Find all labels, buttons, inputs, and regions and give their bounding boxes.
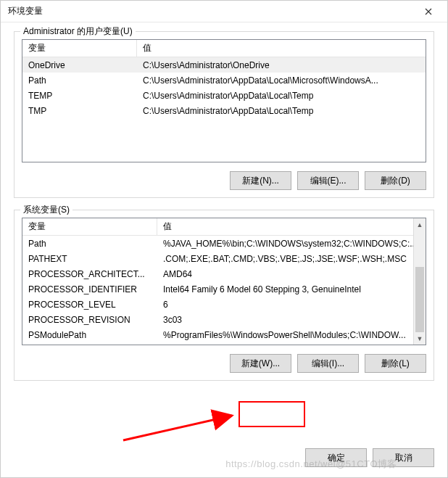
user-button-row: 新建(N)... 编辑(E)... 删除(D) <box>22 171 426 190</box>
scrollbar[interactable]: ▲ ▼ <box>413 218 426 345</box>
cell-name: OneDrive <box>22 58 137 73</box>
cell-name: PROCESSOR_REVISION <box>22 313 157 327</box>
user-new-button[interactable]: 新建(N)... <box>230 171 291 190</box>
user-group-label: Administrator 的用户变量(U) <box>20 25 136 38</box>
dialog-content: Administrator 的用户变量(U) 变量 值 OneDrive C:\… <box>1 22 447 442</box>
table-row[interactable]: PROCESSOR_REVISION 3c03 <box>22 312 426 327</box>
cancel-button[interactable]: 取消 <box>373 448 434 467</box>
dialog-footer: 确定 取消 <box>1 442 447 477</box>
cell-value: Intel64 Family 6 Model 60 Stepping 3, Ge… <box>157 282 426 297</box>
system-table-body: Path %JAVA_HOME%\bin;C:\WINDOWS\system32… <box>22 236 426 342</box>
cell-name: PROCESSOR_IDENTIFIER <box>22 282 157 297</box>
cell-value: %JAVA_HOME%\bin;C:\WINDOWS\system32;C:\W… <box>157 236 426 251</box>
user-table-body: OneDrive C:\Users\Administrator\OneDrive… <box>22 57 426 118</box>
cell-value: C:\Users\Administrator\AppData\Local\Mic… <box>137 73 426 88</box>
table-row[interactable]: Path %JAVA_HOME%\bin;C:\WINDOWS\system32… <box>22 236 426 251</box>
user-table-header: 变量 值 <box>22 40 426 57</box>
table-row[interactable]: TMP C:\Users\Administrator\AppData\Local… <box>22 103 426 118</box>
table-row[interactable]: OneDrive C:\Users\Administrator\OneDrive <box>22 57 426 73</box>
cell-value: .COM;.EXE;.BAT;.CMD;.VBS;.VBE;.JS;.JSE;.… <box>157 252 426 266</box>
user-variables-group: Administrator 的用户变量(U) 变量 值 OneDrive C:\… <box>14 31 434 198</box>
close-icon[interactable] <box>414 1 443 22</box>
system-button-row: 新建(W)... 编辑(I)... 删除(L) <box>22 354 426 373</box>
cell-value: %ProgramFiles%\WindowsPowerShell\Modules… <box>157 328 426 342</box>
cell-name: PSModulePath <box>22 328 157 342</box>
table-row[interactable]: PROCESSOR_IDENTIFIER Intel64 Family 6 Mo… <box>22 281 426 297</box>
cell-name: Path <box>22 73 137 88</box>
ok-button[interactable]: 确定 <box>305 448 367 467</box>
system-group-label: 系统变量(S) <box>20 204 72 216</box>
col-header-name[interactable]: 变量 <box>22 218 157 236</box>
scroll-thumb[interactable] <box>415 267 424 332</box>
scroll-up-icon[interactable]: ▲ <box>414 218 426 231</box>
cell-value: 6 <box>157 297 426 312</box>
system-table-header: 变量 值 <box>22 218 426 236</box>
titlebar: 环境变量 <box>1 1 447 22</box>
cell-value: 3c03 <box>157 313 426 327</box>
table-row[interactable]: PATHEXT .COM;.EXE;.BAT;.CMD;.VBS;.VBE;.J… <box>22 251 426 266</box>
cell-name: TMP <box>22 104 137 118</box>
system-delete-button[interactable]: 删除(L) <box>365 354 426 373</box>
user-edit-button[interactable]: 编辑(E)... <box>297 171 359 190</box>
col-header-name[interactable]: 变量 <box>22 39 137 57</box>
user-delete-button[interactable]: 删除(D) <box>365 171 426 190</box>
cell-value: C:\Users\Administrator\AppData\Local\Tem… <box>137 88 426 103</box>
cell-value: C:\Users\Administrator\AppData\Local\Tem… <box>137 104 426 118</box>
col-header-value[interactable]: 值 <box>137 39 426 57</box>
cell-name: PATHEXT <box>22 252 157 266</box>
table-row[interactable]: PROCESSOR_LEVEL 6 <box>22 297 426 312</box>
env-vars-dialog: 环境变量 Administrator 的用户变量(U) 变量 值 OneDriv… <box>0 0 448 478</box>
cell-name: TEMP <box>22 88 137 103</box>
table-row[interactable]: PROCESSOR_ARCHITECT... AMD64 <box>22 266 426 281</box>
system-variables-table[interactable]: 变量 值 Path %JAVA_HOME%\bin;C:\WINDOWS\sys… <box>22 218 426 345</box>
system-variables-group: 系统变量(S) 变量 值 Path %JAVA_HOME%\bin;C:\WIN… <box>14 210 434 381</box>
system-edit-button[interactable]: 编辑(I)... <box>297 354 359 373</box>
scroll-track[interactable] <box>414 231 426 267</box>
cell-name: PROCESSOR_LEVEL <box>22 297 157 312</box>
col-header-value[interactable]: 值 <box>157 218 426 236</box>
cell-value: C:\Users\Administrator\OneDrive <box>137 58 426 73</box>
cell-name: Path <box>22 236 157 251</box>
scroll-down-icon[interactable]: ▼ <box>414 332 426 345</box>
table-row[interactable]: PSModulePath %ProgramFiles%\WindowsPower… <box>22 327 426 342</box>
window-title: 环境变量 <box>8 5 414 17</box>
system-new-button[interactable]: 新建(W)... <box>230 354 291 373</box>
table-row[interactable]: Path C:\Users\Administrator\AppData\Loca… <box>22 73 426 88</box>
cell-name: PROCESSOR_ARCHITECT... <box>22 267 157 281</box>
user-variables-table[interactable]: 变量 值 OneDrive C:\Users\Administrator\One… <box>22 39 426 162</box>
cell-value: AMD64 <box>157 267 426 281</box>
table-row[interactable]: TEMP C:\Users\Administrator\AppData\Loca… <box>22 88 426 103</box>
